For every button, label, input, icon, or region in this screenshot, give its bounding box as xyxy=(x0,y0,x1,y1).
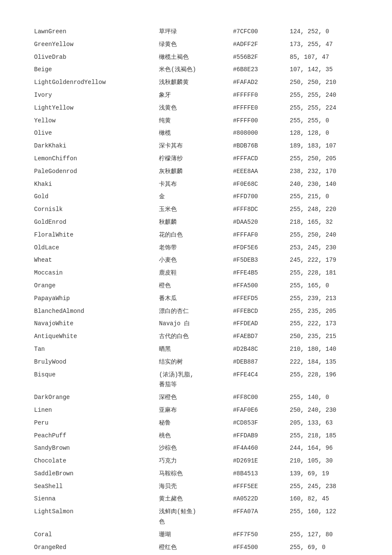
color-hex: #F5DEB3 xyxy=(233,254,290,267)
color-chinese: 亚麻布 xyxy=(159,404,233,417)
color-rgb: 255, 222, 173 xyxy=(290,318,358,330)
table-row: PapayaWhip 番木瓜 #FFEFD5 255, 239, 213 xyxy=(34,292,358,305)
color-chinese: 秘鲁 xyxy=(159,417,233,430)
color-table: LawnGreen 草坪绿 #7CFC00 124, 252, 0 GreenY… xyxy=(34,26,358,555)
color-rgb: 250, 250, 210 xyxy=(290,76,358,89)
color-rgb: 244, 164, 96 xyxy=(290,442,358,455)
table-row: Peru 秘鲁 #CD853F 205, 133, 63 xyxy=(34,417,358,430)
color-chinese: 小麦色 xyxy=(159,254,233,267)
color-chinese: 橄榄 xyxy=(159,127,233,140)
color-chinese: 马鞍棕色 xyxy=(159,468,233,480)
color-rgb: 85, 107, 47 xyxy=(290,51,358,64)
color-hex: #FFF8DC xyxy=(233,203,290,216)
color-chinese: 桃色 xyxy=(159,430,233,442)
color-hex: #D2B48C xyxy=(233,343,290,356)
table-row: Beige 米色(浅褐色) #6B8E23 107, 142, 35 xyxy=(34,64,358,76)
table-row: LightGoldenrodYellow 浅秋麒麟黄 #FAFAD2 250, … xyxy=(34,76,358,89)
table-row: Sienna 黄土赭色 #A0522D 160, 82, 45 xyxy=(34,493,358,506)
color-rgb: 107, 142, 35 xyxy=(290,64,358,76)
color-rgb: 255, 255, 224 xyxy=(290,102,358,115)
color-name: Coral xyxy=(34,529,159,541)
color-hex: #8B4513 xyxy=(233,468,290,480)
table-row: Ivory 象牙 #FFFFF0 255, 255, 240 xyxy=(34,89,358,102)
table-row: DarkKhaki 深卡其布 #BDB76B 189, 183, 107 xyxy=(34,140,358,153)
color-rgb: 255, 140, 0 xyxy=(290,391,358,404)
table-row: Khaki 卡其布 #F0E68C 240, 230, 140 xyxy=(34,178,358,191)
color-name: LawnGreen xyxy=(34,26,159,38)
table-row: Chocolate 巧克力 #D2691E 210, 105, 30 xyxy=(34,455,358,468)
table-row: AntiqueWhite 古代的白色 #FAEBD7 250, 235, 215 xyxy=(34,330,358,343)
table-row: LawnGreen 草坪绿 #7CFC00 124, 252, 0 xyxy=(34,26,358,38)
color-hex: #F4A460 xyxy=(233,442,290,455)
color-name: DarkOrange xyxy=(34,391,159,404)
color-hex: #FAEBD7 xyxy=(233,330,290,343)
color-rgb: 210, 180, 140 xyxy=(290,343,358,356)
color-hex: #FFA07A xyxy=(233,506,290,529)
color-hex: #DAA520 xyxy=(233,216,290,229)
color-name: Ivory xyxy=(34,89,159,102)
color-rgb: 139, 69, 19 xyxy=(290,468,358,480)
color-name: Beige xyxy=(34,64,159,76)
color-chinese: 浅黄色 xyxy=(159,102,233,115)
color-name: LightSalmon xyxy=(34,506,159,529)
color-chinese: 古代的白色 xyxy=(159,330,233,343)
color-hex: #FFFACD xyxy=(233,153,290,165)
color-name: DarkKhaki xyxy=(34,140,159,153)
color-chinese: 黄土赭色 xyxy=(159,493,233,506)
color-rgb: 238, 232, 170 xyxy=(290,165,358,178)
table-row: GreenYellow 绿黄色 #ADFF2F 173, 255, 47 xyxy=(34,38,358,51)
table-row: BlanchedAlmond 漂白的杏仁 #FFEBCD 255, 235, 2… xyxy=(34,305,358,318)
color-rgb: 255, 228, 196 xyxy=(290,369,358,392)
color-rgb: 250, 235, 215 xyxy=(290,330,358,343)
table-row: NavajoWhite Navajo 白 #FFDEAD 255, 222, 1… xyxy=(34,318,358,330)
color-chinese: 鹿皮鞋 xyxy=(159,267,233,280)
color-rgb: 210, 105, 30 xyxy=(290,455,358,468)
color-name: GreenYellow xyxy=(34,38,159,51)
table-row: Tan 晒黑 #D2B48C 210, 180, 140 xyxy=(34,343,358,356)
color-rgb: 255, 160, 122 xyxy=(290,506,358,529)
color-name: SeaShell xyxy=(34,480,159,493)
color-hex: #FFE4C4 xyxy=(233,369,290,392)
color-name: Orange xyxy=(34,280,159,292)
color-name: LightGoldenrodYellow xyxy=(34,76,159,89)
color-hex: #A0522D xyxy=(233,493,290,506)
color-hex: #FF8C00 xyxy=(233,391,290,404)
table-row: Gold 金 #FFD700 255, 215, 0 xyxy=(34,191,358,203)
color-name: AntiqueWhite xyxy=(34,330,159,343)
color-rgb: 255, 250, 240 xyxy=(290,229,358,242)
color-name: PapayaWhip xyxy=(34,292,159,305)
color-chinese: 玉米色 xyxy=(159,203,233,216)
color-hex: #EEE8AA xyxy=(233,165,290,178)
color-hex: #FDF5E6 xyxy=(233,242,290,254)
color-hex: #FFA500 xyxy=(233,280,290,292)
table-row: Moccasin 鹿皮鞋 #FFE4B5 255, 228, 181 xyxy=(34,267,358,280)
color-rgb: 124, 252, 0 xyxy=(290,26,358,38)
color-chinese: 沙棕色 xyxy=(159,442,233,455)
color-rgb: 222, 184, 135 xyxy=(290,356,358,369)
color-chinese: 老饰带 xyxy=(159,242,233,254)
color-hex: #FFE4B5 xyxy=(233,267,290,280)
color-hex: #808000 xyxy=(233,127,290,140)
color-chinese: 巧克力 xyxy=(159,455,233,468)
color-rgb: 255, 255, 0 xyxy=(290,115,358,127)
table-row: BrulyWood 结实的树 #DEB887 222, 184, 135 xyxy=(34,356,358,369)
color-chinese: 深卡其布 xyxy=(159,140,233,153)
color-name: LightYellow xyxy=(34,102,159,115)
color-name: SaddleBrown xyxy=(34,468,159,480)
color-name: OldLace xyxy=(34,242,159,254)
table-row: Olive 橄榄 #808000 128, 128, 0 xyxy=(34,127,358,140)
color-chinese: 花的白色 xyxy=(159,229,233,242)
color-rgb: 255, 239, 213 xyxy=(290,292,358,305)
color-chinese: 橄榄土褐色 xyxy=(159,51,233,64)
color-chinese: 绿黄色 xyxy=(159,38,233,51)
color-rgb: 245, 222, 179 xyxy=(290,254,358,267)
color-hex: #556B2F xyxy=(233,51,290,64)
color-chinese: 纯黄 xyxy=(159,115,233,127)
color-chinese: 柠檬薄纱 xyxy=(159,153,233,165)
color-chinese: 金 xyxy=(159,191,233,203)
color-hex: #FFD700 xyxy=(233,191,290,203)
color-name: BlanchedAlmond xyxy=(34,305,159,318)
color-name: Peru xyxy=(34,417,159,430)
color-name: Bisque xyxy=(34,369,159,392)
color-name: Yellow xyxy=(34,115,159,127)
